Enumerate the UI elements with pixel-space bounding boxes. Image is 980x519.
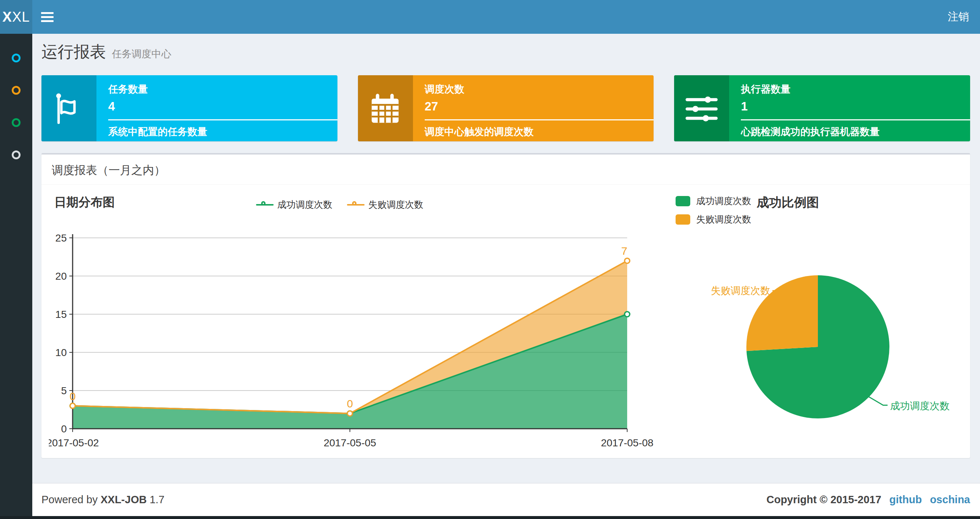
info-box-description: 调度中心触发的调度次数 bbox=[425, 125, 654, 138]
svg-text:0: 0 bbox=[347, 398, 353, 410]
info-box-label: 调度次数 bbox=[425, 83, 654, 96]
sidebar-item-job-log[interactable] bbox=[0, 107, 32, 139]
svg-text:2017-05-05: 2017-05-05 bbox=[323, 437, 376, 449]
pie-callout-label-success: 成功调度次数 bbox=[890, 401, 950, 412]
copyright: Copyright © 2015-2017 github oschina bbox=[767, 493, 970, 506]
svg-text:10: 10 bbox=[56, 347, 67, 358]
legend-item-success[interactable]: 成功调度次数 bbox=[256, 198, 332, 211]
legend-item-fail[interactable]: 失败调度次数 bbox=[676, 213, 751, 225]
powered-by: Powered by XXL-JOB 1.7 bbox=[41, 493, 164, 506]
circle-outline-icon bbox=[12, 118, 21, 127]
github-link[interactable]: github bbox=[889, 493, 922, 506]
svg-text:20: 20 bbox=[56, 270, 67, 282]
pie-callout-label-fail: 失败调度次数 bbox=[711, 285, 770, 296]
info-box-trigger-count: 调度次数 27 调度中心触发的调度次数 bbox=[358, 75, 654, 141]
info-box-job-count: 任务数量 4 系统中配置的任务数量 bbox=[41, 75, 337, 141]
copyright-text: Copyright © 2015-2017 bbox=[767, 493, 881, 506]
info-box-label: 执行器数量 bbox=[741, 83, 970, 96]
page-footer: Powered by XXL-JOB 1.7 Copyright © 2015-… bbox=[32, 483, 980, 516]
sidebar-toggle-button[interactable] bbox=[41, 10, 55, 24]
info-box-executor-count: 执行器数量 1 心跳检测成功的执行器机器数量 bbox=[674, 75, 970, 141]
legend-label: 成功调度次数 bbox=[696, 195, 751, 207]
pie-callout-line-success bbox=[866, 395, 888, 405]
area-chart-legend: 成功调度次数 失败调度次数 bbox=[256, 198, 423, 211]
product-version: 1.7 bbox=[150, 493, 164, 505]
svg-text:15: 15 bbox=[56, 309, 67, 320]
date-distribution-area-chart: 05101520252017-05-022017-05-052017-05-08… bbox=[49, 229, 672, 456]
info-box-label: 任务数量 bbox=[108, 83, 337, 96]
info-boxes-row: 任务数量 4 系统中配置的任务数量 调度次数 bbox=[41, 75, 970, 141]
legend-label: 失败调度次数 bbox=[368, 198, 423, 211]
report-panel-body: 日期分布图 成功调度次数 失败调度次数 05101520252017-05-02… bbox=[41, 185, 970, 458]
svg-text:5: 5 bbox=[61, 385, 67, 396]
line-circle-marker-icon bbox=[256, 201, 274, 208]
svg-text:25: 25 bbox=[56, 232, 67, 244]
info-box-description: 心跳检测成功的执行器机器数量 bbox=[741, 125, 970, 138]
divider bbox=[741, 119, 970, 120]
app-logo[interactable]: XXL bbox=[0, 0, 32, 34]
pie-chart-title: 成功比例图 bbox=[757, 194, 819, 211]
area-chart-title: 日期分布图 bbox=[54, 194, 115, 211]
top-navbar: XXL 注销 bbox=[0, 0, 980, 34]
swatch-icon bbox=[676, 196, 690, 206]
hamburger-icon bbox=[41, 12, 54, 14]
page-subtitle: 任务调度中心 bbox=[112, 47, 171, 61]
bottom-edge-strip bbox=[0, 516, 980, 519]
swatch-icon bbox=[676, 214, 690, 225]
svg-text:2017-05-02: 2017-05-02 bbox=[49, 437, 99, 449]
legend-label: 失败调度次数 bbox=[696, 213, 751, 225]
info-box-value: 1 bbox=[741, 99, 970, 113]
info-box-value: 27 bbox=[425, 99, 654, 113]
info-box-description: 系统中配置的任务数量 bbox=[108, 125, 337, 138]
circle-outline-icon bbox=[12, 150, 21, 159]
line-circle-marker-icon bbox=[347, 201, 364, 208]
legend-item-fail[interactable]: 失败调度次数 bbox=[347, 198, 423, 211]
svg-text:0: 0 bbox=[70, 390, 76, 402]
report-panel-title: 调度报表（一月之内） bbox=[52, 164, 165, 177]
powered-by-prefix: Powered by bbox=[41, 493, 97, 505]
circle-outline-icon bbox=[12, 86, 21, 95]
sidebar-item-executor[interactable] bbox=[0, 139, 32, 171]
circle-outline-icon bbox=[12, 54, 21, 62]
sidebar-nav bbox=[0, 34, 32, 519]
app-logo-rest: XL bbox=[12, 9, 30, 25]
divider bbox=[425, 119, 654, 120]
svg-text:2017-05-08: 2017-05-08 bbox=[601, 437, 653, 449]
flag-icon bbox=[41, 75, 97, 141]
sliders-icon bbox=[674, 75, 729, 141]
sidebar-item-job-manage[interactable] bbox=[0, 74, 32, 107]
content-header: 运行报表 任务调度中心 bbox=[41, 41, 171, 63]
page-title: 运行报表 bbox=[41, 41, 106, 63]
pie-chart-legend: 成功调度次数 失败调度次数 bbox=[676, 195, 751, 225]
divider bbox=[108, 119, 337, 120]
logout-button[interactable]: 注销 bbox=[937, 0, 980, 34]
legend-label: 成功调度次数 bbox=[277, 198, 332, 211]
calendar-icon bbox=[358, 75, 413, 141]
info-box-value: 4 bbox=[108, 99, 337, 113]
oschina-link[interactable]: oschina bbox=[930, 493, 970, 506]
sidebar-item-dashboard[interactable] bbox=[0, 42, 32, 74]
success-ratio-pie-chart: 失败调度次数 成功调度次数 bbox=[697, 247, 975, 442]
svg-text:7: 7 bbox=[621, 245, 628, 257]
report-panel-header: 调度报表（一月之内） bbox=[41, 155, 970, 185]
report-panel: 调度报表（一月之内） 日期分布图 成功调度次数 失败调度次数 051015202… bbox=[41, 153, 970, 458]
legend-item-success[interactable]: 成功调度次数 bbox=[676, 195, 751, 207]
svg-text:0: 0 bbox=[61, 423, 67, 434]
product-name: XXL-JOB bbox=[100, 493, 147, 505]
